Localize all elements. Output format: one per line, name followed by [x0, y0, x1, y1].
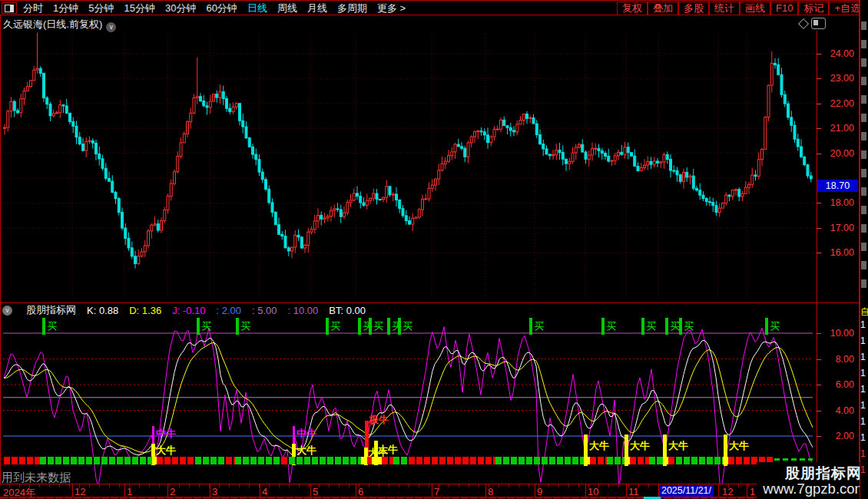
buy-flag-bar — [42, 318, 45, 335]
colorbar-tail — [774, 458, 813, 461]
indicator-collapse-icon[interactable]: ∨ — [2, 306, 12, 316]
timeline-separator — [210, 484, 210, 497]
clipped-glyph — [861, 261, 866, 269]
axis-tick — [817, 128, 821, 129]
clipped-row-digit: 1 — [860, 448, 866, 459]
split-pane-icon — [5, 5, 14, 12]
clipped-glyph — [861, 21, 866, 30]
buy-flag-label: 买 — [534, 320, 544, 332]
indicator-value: K: 0.88 — [87, 305, 118, 316]
axis-tick — [817, 253, 821, 253]
period-item-30分钟[interactable]: 30分钟 — [165, 2, 196, 15]
indicator-value: D: 1.36 — [129, 305, 161, 316]
buy-flag-bar — [601, 318, 605, 335]
timeline-label: 9 — [537, 486, 542, 497]
timeline-separator — [747, 484, 747, 497]
right-panel-strip[interactable]: 自1111111111 — [860, 0, 868, 499]
axis-tick — [817, 411, 821, 411]
timeline-separator — [72, 484, 73, 497]
buy-flag-label: 买 — [330, 320, 340, 332]
signal-label: 大牛 — [630, 439, 650, 453]
axis-tick — [817, 104, 821, 104]
timeline-label: 2 — [170, 486, 175, 497]
colorbar-segment — [676, 457, 723, 464]
timeline-label: 1 — [750, 486, 755, 497]
watermark-url: www.7gpzb.com — [763, 481, 866, 497]
clipped-glyph — [861, 206, 866, 214]
toolbar-button-叠加[interactable]: 叠加 — [648, 2, 678, 15]
axis-tick — [817, 78, 821, 79]
price-axis-label: 18.00 — [816, 197, 854, 208]
clipped-glyph — [861, 150, 866, 159]
axis-tick — [817, 154, 821, 154]
axis-tick — [817, 385, 821, 385]
period-item-日线[interactable]: 日线 — [247, 2, 267, 15]
period-menu: 分时1分钟5分钟15分钟30分钟60分钟日线周线月线多周期更多 > — [23, 2, 406, 15]
clipped-row-digit: 1 — [860, 319, 866, 330]
panel-toggle-icon[interactable] — [811, 18, 826, 29]
clipped-glyph — [861, 114, 866, 122]
toolbar-button-复权[interactable]: 复权 — [617, 2, 648, 15]
stock-title-text: 久远银海(日线.前复权) — [3, 18, 102, 30]
colorbar-segment — [157, 457, 195, 464]
toolbar-button-F10[interactable]: F10 — [770, 2, 798, 15]
timeline-label: 11 — [628, 486, 639, 497]
timeline-label: 10 — [588, 486, 598, 497]
period-item-60分钟[interactable]: 60分钟 — [206, 2, 237, 15]
clipped-row-digit: 1 — [860, 432, 866, 443]
timeline-current-date: 2025/11/21/五 — [659, 485, 714, 497]
indicator-value: : 2.00 — [216, 305, 241, 316]
period-item-更多 >[interactable]: 更多 > — [377, 2, 406, 15]
period-item-5分钟[interactable]: 5分钟 — [88, 2, 114, 15]
period-item-周线[interactable]: 周线 — [277, 2, 297, 15]
clipped-glyph — [861, 77, 866, 85]
clipped-row-digit: 1 — [860, 352, 866, 362]
timeline-separator — [260, 484, 260, 497]
future-data-note: 用到未来数据 — [2, 471, 71, 485]
indicator-chart[interactable] — [0, 316, 817, 499]
timeline-separator — [626, 484, 627, 497]
timeline-separator — [535, 484, 535, 497]
colorbar-segment — [668, 457, 676, 464]
layout-toggle-button[interactable] — [2, 2, 17, 14]
toolbar-button-统计[interactable]: 统计 — [709, 2, 740, 15]
timeline-separator — [356, 484, 356, 497]
signal-label: 大牛 — [297, 444, 316, 458]
signal-label: 大牛 — [156, 444, 176, 458]
timeline-label: 12 — [75, 486, 85, 497]
main-candlestick-chart[interactable] — [0, 31, 817, 301]
colorbar-segment — [195, 457, 226, 464]
timeline-label: 6 — [358, 486, 363, 497]
colorbar-segment — [289, 457, 361, 464]
axis-tick — [817, 333, 821, 334]
axis-tick — [817, 54, 821, 55]
price-axis-label: 23.00 — [816, 73, 854, 84]
axis-tick — [817, 359, 821, 360]
timeline-separator — [585, 484, 586, 497]
period-item-月线[interactable]: 月线 — [307, 2, 327, 15]
signal-label: 大牛 — [589, 439, 609, 453]
period-item-多周期[interactable]: 多周期 — [337, 2, 367, 15]
indicator-axis-label: 2.00 — [816, 431, 854, 441]
toolbar-button-画线[interactable]: 画线 — [740, 2, 770, 15]
price-axis-label: 22.00 — [816, 98, 854, 109]
indicator-value: J: -0.10 — [172, 305, 205, 316]
buy-flag-label: 买 — [201, 320, 211, 332]
buy-flag-bar — [197, 318, 200, 335]
clipped-row-digit: 1 — [860, 416, 866, 427]
timeline-separator — [718, 484, 719, 497]
colorbar-segment — [649, 457, 663, 464]
colorbar-segment — [40, 457, 152, 464]
toolbar-button-标记[interactable]: 标记 — [798, 2, 829, 15]
timeline-label: 7 — [434, 486, 439, 497]
trading-app-window: 分时1分钟5分钟15分钟30分钟60分钟日线周线月线多周期更多 > 复权叠加多股… — [0, 0, 868, 499]
period-item-1分钟[interactable]: 1分钟 — [53, 2, 78, 15]
period-item-15分钟[interactable]: 15分钟 — [124, 2, 154, 15]
colorbar-segment — [4, 457, 40, 464]
period-item-分时[interactable]: 分时 — [23, 2, 43, 15]
colorbar-segment — [723, 457, 728, 464]
toolbar-button-多股[interactable]: 多股 — [678, 2, 709, 15]
buy-flag-label: 买 — [606, 320, 616, 332]
clipped-glyph — [861, 187, 866, 196]
buy-flag-label: 买 — [684, 320, 694, 332]
